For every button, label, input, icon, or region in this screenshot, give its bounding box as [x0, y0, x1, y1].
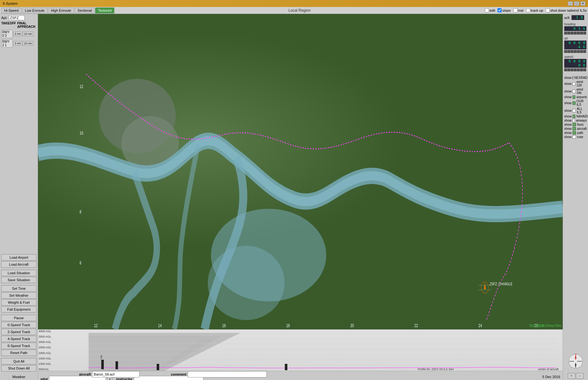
tab-sectional[interactable]: Sectional — [75, 8, 95, 13]
profile-y-4000: 4000 AGL — [39, 330, 51, 333]
show-ourils-label: show — [564, 101, 572, 105]
ourils-checkbox[interactable]: ✓ — [572, 101, 575, 105]
heading-display: 0 3 6 — [564, 26, 586, 31]
svg-text:Profile for: ZSFZ 03  ILS 34cl: Profile for: ZSFZ 03 ILS 34cl — [418, 368, 454, 371]
profile-y-2000: 2000 AGL — [39, 352, 51, 355]
svg-text:6: 6 — [80, 260, 82, 265]
airways-checkbox[interactable] — [572, 119, 575, 122]
tab-highenroute[interactable]: High Enroute — [48, 8, 74, 13]
center-title: Local Region — [115, 8, 484, 13]
map-area[interactable]: ZSFZ: CHANGLE 12 14 16 18 20 22 24 26 12… — [38, 14, 563, 329]
maximize-button[interactable]: □ — [574, 1, 579, 6]
svg-text:12: 12 — [94, 323, 97, 328]
show-airways-label: show — [564, 119, 572, 122]
fail-equipment-button[interactable]: Fail Equipment — [1, 306, 36, 313]
rose-label: rose — [577, 135, 583, 139]
show-nexrad-row: show NEXRAD — [564, 76, 587, 79]
situation-group: Load Situation Save Situation — [1, 270, 36, 283]
slope-check-group[interactable]: slope — [497, 8, 510, 12]
shut-down-all-button[interactable]: Shut Down All — [1, 365, 36, 371]
pause-button[interactable]: Pause — [1, 315, 36, 321]
speed6-button[interactable]: 6-Speed Track — [1, 343, 36, 349]
alt-display: 0 0 0 0 4 6 — [564, 41, 586, 49]
minimize-button[interactable]: – — [568, 1, 573, 6]
aircraft-input[interactable] — [92, 371, 140, 377]
show-wind34k-label: show — [564, 90, 572, 93]
path-checkbox[interactable]: ✓ — [572, 131, 576, 135]
speed0-button[interactable]: 0-Speed Track — [1, 322, 36, 328]
tab-lowenroute[interactable]: Low Enroute — [22, 8, 47, 13]
show-rose-label: show — [564, 135, 572, 139]
tab-textured[interactable]: Textured — [95, 8, 114, 13]
weight-fuel-button[interactable]: Weight & Fuel — [1, 299, 36, 306]
show-path-row: show ✓ path — [564, 131, 587, 135]
navaids-checkbox[interactable]: ✓ — [572, 115, 575, 118]
zoom-in-button[interactable]: + — [568, 373, 575, 379]
show-list: show NEXRAD show wind 12K show wind 34k … — [564, 76, 587, 139]
quit-all-button[interactable]: Quit All — [1, 358, 36, 364]
nexrad-checkbox[interactable] — [572, 76, 573, 79]
set-time-button[interactable]: Set Time — [1, 285, 36, 292]
rwy-03-3nm[interactable]: 3 nm — [13, 32, 22, 36]
trackup-check-group[interactable]: track up — [526, 8, 543, 12]
rwy-21-name: RWY 2 1 — [1, 39, 13, 48]
show-rose-row: show rose — [564, 135, 587, 139]
aircraft-label: aircraft — [79, 372, 91, 376]
quit-group: Quit All Shut Down All — [1, 358, 36, 372]
profile-area: 4000 AGL 3500 AGL 3000 AGL 2500 AGL 2000… — [38, 329, 563, 380]
allils-label: ALL ILS — [577, 107, 587, 114]
alt-knobs — [564, 50, 587, 53]
shutdowntailwind-checkbox[interactable] — [546, 8, 550, 12]
show-path-label: show — [564, 131, 572, 135]
shutdowntailwind-label: shut down tailwind ILSs — [550, 9, 587, 12]
load-airport-button[interactable]: Load Airport — [1, 254, 36, 261]
edit-check-group[interactable]: edit — [485, 8, 495, 12]
aircraft-row: aircraft — [79, 371, 140, 377]
rwy-03-10nm[interactable]: 10 nm — [23, 32, 33, 36]
svg-rect-32 — [101, 360, 104, 369]
ourils-label: OUR ILS — [577, 99, 587, 106]
rwy-21-10nm[interactable]: 10 nm — [23, 41, 33, 46]
svg-text:10: 10 — [80, 130, 83, 136]
inst-check-group[interactable]: inst — [513, 8, 523, 12]
reset-path-button[interactable]: Reset Path — [1, 350, 36, 356]
rwy-03-row: RWY 0 3 3 nm 10 nm — [1, 30, 36, 38]
show-fixes-label: show — [564, 123, 572, 126]
tab-hispeed[interactable]: Hi-Speed — [1, 8, 22, 13]
top-right-controls: edit slope inst track up shut down tailw… — [485, 8, 587, 12]
watermark: 飞行员在线·China Flier — [529, 324, 561, 328]
zoom-out-button[interactable]: – — [576, 373, 584, 379]
trackup-checkbox[interactable] — [526, 8, 530, 12]
wind34k-checkbox[interactable] — [572, 90, 575, 93]
heading-knobs — [564, 32, 587, 35]
center-area: ZSFZ: CHANGLE 12 14 16 18 20 22 24 26 12… — [38, 14, 563, 380]
close-button[interactable]: ✕ — [580, 1, 585, 6]
edit-checkbox[interactable] — [485, 8, 489, 12]
set-weather-button[interactable]: Set Weather — [1, 292, 36, 299]
speed2-button[interactable]: 2-Speed Track — [1, 329, 36, 335]
airports-checkbox[interactable]: ✓ — [572, 95, 575, 99]
rose-checkbox[interactable] — [572, 135, 576, 139]
trackup-label: track up — [531, 9, 543, 12]
allils-checkbox[interactable] — [572, 109, 576, 112]
show-wind34k-row: show wind 34k — [564, 88, 587, 95]
fixes-checkbox[interactable]: ✓ — [572, 123, 576, 126]
fixes-label: fixes — [577, 123, 584, 126]
speed4-button[interactable]: 4-Speed Track — [1, 336, 36, 342]
aircraft-checkbox[interactable]: ✓ — [572, 127, 576, 130]
slope-checkbox[interactable] — [497, 8, 502, 12]
left-panel: Apt: TAKEOFF FINAL APPROACH RWY 0 3 3 nm… — [0, 14, 38, 380]
load-aircraft-button[interactable]: Load Aircraft — [1, 261, 36, 268]
load-situation-button[interactable]: Load Situation — [1, 270, 36, 276]
rwy-21-3nm[interactable]: 3 nm — [13, 41, 22, 46]
path-label: path — [577, 131, 583, 135]
svg-text:N: N — [575, 353, 577, 355]
inst-checkbox[interactable] — [513, 8, 517, 12]
save-situation-button[interactable]: Save Situation — [1, 277, 36, 283]
comment-input[interactable] — [188, 371, 267, 377]
apt-input[interactable] — [9, 15, 25, 20]
shutdowntailwind-check-group[interactable]: shut down tailwind ILSs — [546, 8, 587, 12]
wind12k-checkbox[interactable] — [572, 82, 575, 86]
rwy-21-row: RWY 2 1 3 nm 10 nm — [1, 39, 36, 48]
settings-group: Set Time Set Weather Weight & Fuel Fail … — [1, 285, 36, 313]
